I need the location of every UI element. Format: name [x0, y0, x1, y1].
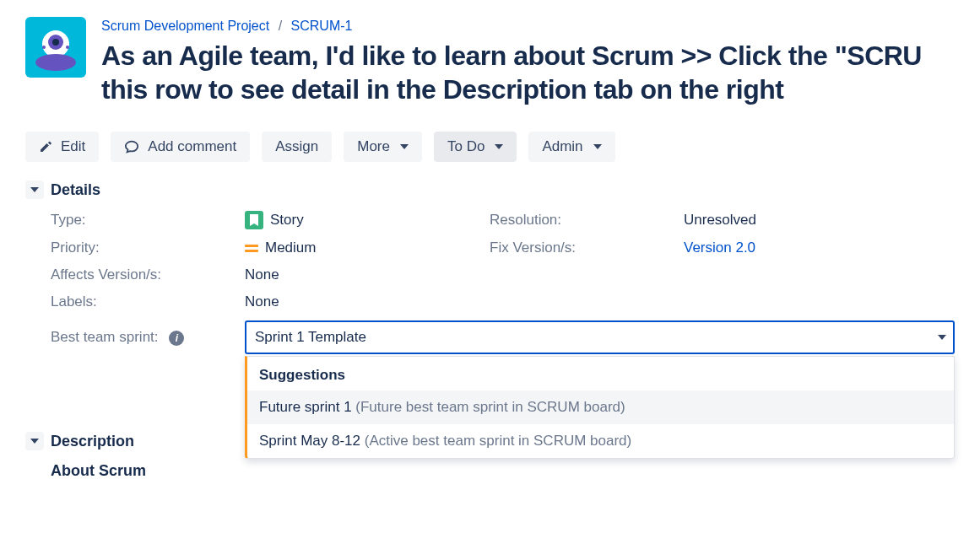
priority-text: Medium [265, 240, 316, 256]
sprint-input[interactable] [245, 320, 955, 354]
dropdown-item[interactable]: Sprint May 8-12 (Active best team sprint… [247, 424, 954, 458]
chevron-down-icon [30, 187, 39, 192]
add-comment-button[interactable]: Add comment [111, 132, 250, 162]
toolbar: Edit Add comment Assign More To Do Admin [25, 132, 955, 162]
edit-label: Edit [61, 138, 85, 155]
assign-button[interactable]: Assign [262, 132, 332, 162]
svg-point-5 [66, 46, 69, 49]
priority-medium-icon [245, 245, 258, 252]
affects-version-label: Affects Version/s: [51, 266, 245, 283]
assign-label: Assign [275, 138, 318, 155]
sprint-label: Best team sprint: i [51, 329, 245, 346]
type-text: Story [270, 212, 304, 229]
project-avatar [25, 17, 86, 78]
breadcrumb: Scrum Development Project / SCRUM-1 [101, 17, 955, 35]
info-icon[interactable]: i [169, 331, 184, 346]
resolution-value: Unresolved [684, 212, 955, 229]
story-icon [245, 211, 263, 229]
svg-point-3 [52, 39, 59, 46]
comment-icon [124, 139, 139, 154]
details-section: Details Type: Story Resolution: Unresolv… [25, 180, 955, 354]
more-button[interactable]: More [344, 132, 422, 162]
dropdown-item-secondary: (Future best team sprint in SCRUM board) [355, 399, 625, 415]
dropdown-item-secondary: (Active best team sprint in SCRUM board) [365, 433, 632, 449]
issue-title: As an Agile team, I'd like to learn abou… [101, 39, 955, 106]
type-value: Story [245, 211, 490, 229]
admin-label: Admin [542, 138, 582, 155]
edit-button[interactable]: Edit [25, 132, 99, 162]
fix-version-label: Fix Version/s: [490, 240, 684, 256]
fix-version-value: Version 2.0 [684, 240, 955, 256]
description-heading: About Scrum [51, 462, 955, 480]
description-title: Description [51, 433, 134, 450]
breadcrumb-separator: / [279, 19, 282, 33]
chevron-down-icon [400, 144, 409, 149]
more-label: More [357, 138, 390, 155]
svg-point-1 [35, 54, 76, 71]
chevron-down-icon [30, 439, 39, 444]
labels-value: None [245, 293, 955, 310]
pencil-icon [39, 140, 52, 153]
fix-version-link[interactable]: Version 2.0 [684, 240, 755, 256]
status-label: To Do [447, 138, 485, 155]
dropdown-item[interactable]: Future sprint 1 (Future best team sprint… [247, 390, 954, 424]
sprint-dropdown: Suggestions Future sprint 1 (Future best… [245, 356, 955, 459]
add-comment-label: Add comment [148, 138, 236, 155]
collapse-button[interactable] [25, 432, 44, 450]
chevron-down-icon [593, 144, 602, 149]
affects-version-value: None [245, 266, 955, 283]
admin-button[interactable]: Admin [528, 132, 615, 162]
labels-label: Labels: [51, 293, 245, 310]
svg-point-4 [42, 46, 46, 49]
type-label: Type: [51, 212, 245, 229]
dropdown-item-primary: Future sprint 1 [259, 399, 355, 415]
details-header[interactable]: Details [25, 180, 955, 199]
details-title: Details [51, 181, 100, 199]
priority-value: Medium [245, 240, 490, 256]
collapse-button[interactable] [25, 180, 44, 199]
status-button[interactable]: To Do [434, 132, 517, 162]
resolution-label: Resolution: [490, 212, 684, 229]
priority-label: Priority: [51, 240, 245, 256]
dropdown-item-primary: Sprint May 8-12 [259, 433, 365, 449]
breadcrumb-issue-link[interactable]: SCRUM-1 [291, 19, 353, 33]
dropdown-header: Suggestions [247, 357, 954, 390]
breadcrumb-project-link[interactable]: Scrum Development Project [101, 19, 269, 33]
chevron-down-icon [495, 144, 503, 149]
